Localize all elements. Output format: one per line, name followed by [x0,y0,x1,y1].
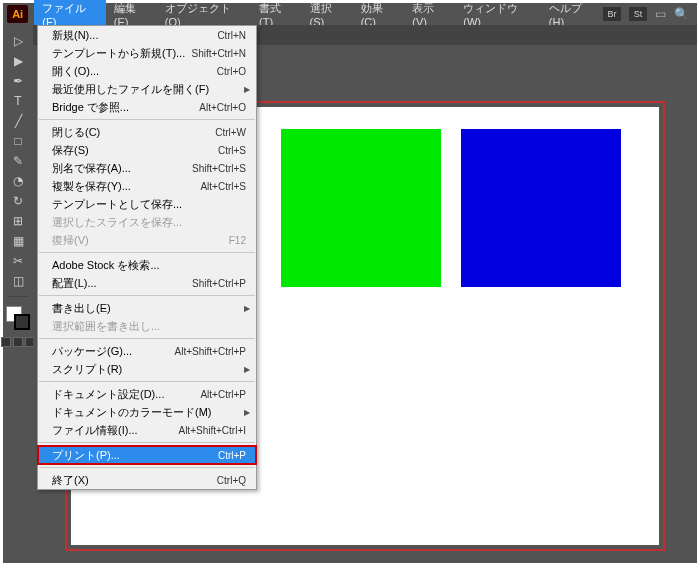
file-menu-dropdown: 新規(N)...Ctrl+Nテンプレートから新規(T)...Shift+Ctrl… [37,25,257,490]
tool-2[interactable]: ✒ [8,71,28,91]
menu-separator [39,442,255,443]
file-menu-item-15[interactable]: 配置(L)...Shift+Ctrl+P [38,274,256,292]
menu-item-shortcut: Ctrl+P [218,450,246,461]
tool-11[interactable]: ✂ [8,251,28,271]
menu-item-label: ドキュメント設定(D)... [52,387,164,402]
file-menu-item-21[interactable]: スクリプト(R) [38,360,256,378]
file-menu-item-7[interactable]: 保存(S)Ctrl+S [38,141,256,159]
menu-separator [39,467,255,468]
menu-separator [39,381,255,382]
menu-item-label: 複製を保存(Y)... [52,179,131,194]
menu-item-shortcut: Ctrl+O [217,66,246,77]
menu-item-label: テンプレートから新規(T)... [52,46,185,61]
arrange-icon[interactable]: ▭ [655,7,666,21]
menu-item-shortcut: Ctrl+Q [217,475,246,486]
menu-item-label: プリント(P)... [52,448,120,463]
tool-8[interactable]: ↻ [8,191,28,211]
file-menu-item-10[interactable]: テンプレートとして保存... [38,195,256,213]
tool-6[interactable]: ✎ [8,151,28,171]
fill-stroke-swatch[interactable] [6,306,30,330]
file-menu-item-18: 選択範囲を書き出し... [38,317,256,335]
tool-3[interactable]: T [8,91,28,111]
menu-item-label: Bridge で参照... [52,100,129,115]
file-menu-item-12: 復帰(V)F12 [38,231,256,249]
file-menu-item-11: 選択したスライスを保存... [38,213,256,231]
tool-7[interactable]: ◔ [8,171,28,191]
menu-item-shortcut: Alt+Shift+Ctrl+I [178,425,246,436]
tool-0[interactable]: ▷ [8,31,28,51]
tool-12[interactable]: ◫ [8,271,28,291]
menu-item-label: ドキュメントのカラーモード(M) [52,405,212,420]
toolbox: ▷▶✒T╱□✎◔↻⊞▦✂◫ [3,25,33,347]
menu-item-shortcut: Shift+Ctrl+S [192,163,246,174]
menu-separator [39,119,255,120]
menu-item-label: 別名で保存(A)... [52,161,131,176]
menu-item-label: 終了(X) [52,473,89,488]
file-menu-item-25[interactable]: ファイル情報(I)...Alt+Shift+Ctrl+I [38,421,256,439]
file-menu-item-8[interactable]: 別名で保存(A)...Shift+Ctrl+S [38,159,256,177]
menu-item-label: 復帰(V) [52,233,89,248]
menu-separator [39,295,255,296]
color-mode-buttons[interactable] [1,337,35,347]
menu-item-label: 閉じる(C) [52,125,100,140]
menu-item-label: テンプレートとして保存... [52,197,182,212]
menu-separator [39,252,255,253]
file-menu-item-3[interactable]: 最近使用したファイルを開く(F) [38,80,256,98]
tool-1[interactable]: ▶ [8,51,28,71]
menu-item-label: 最近使用したファイルを開く(F) [52,82,209,97]
menu-item-label: Adobe Stock を検索... [52,258,160,273]
menu-item-label: 保存(S) [52,143,89,158]
menu-item-label: 選択したスライスを保存... [52,215,182,230]
file-menu-item-24[interactable]: ドキュメントのカラーモード(M) [38,403,256,421]
menu-item-label: 配置(L)... [52,276,97,291]
file-menu-item-0[interactable]: 新規(N)...Ctrl+N [38,26,256,44]
file-menu-item-20[interactable]: パッケージ(G)...Alt+Shift+Ctrl+P [38,342,256,360]
file-menu-item-23[interactable]: ドキュメント設定(D)...Alt+Ctrl+P [38,385,256,403]
file-menu-item-17[interactable]: 書き出し(E) [38,299,256,317]
menu-separator [39,338,255,339]
file-menu-item-29[interactable]: 終了(X)Ctrl+Q [38,471,256,489]
stock-badge[interactable]: St [629,7,647,21]
menu-item-shortcut: Ctrl+N [217,30,246,41]
menu-item-shortcut: Ctrl+S [218,145,246,156]
menu-item-label: パッケージ(G)... [52,344,132,359]
file-menu-item-27[interactable]: プリント(P)...Ctrl+P [38,446,256,464]
menu-item-label: スクリプト(R) [52,362,122,377]
menu-item-label: ファイル情報(I)... [52,423,138,438]
blue-square[interactable] [461,129,621,287]
file-menu-item-2[interactable]: 開く(O)...Ctrl+O [38,62,256,80]
menu-item-shortcut: Shift+Ctrl+P [192,278,246,289]
menu-item-label: 新規(N)... [52,28,98,43]
file-menu-item-1[interactable]: テンプレートから新規(T)...Shift+Ctrl+N [38,44,256,62]
menu-item-shortcut: Ctrl+W [215,127,246,138]
file-menu-item-9[interactable]: 複製を保存(Y)...Alt+Ctrl+S [38,177,256,195]
menu-item-label: 書き出し(E) [52,301,111,316]
tool-5[interactable]: □ [8,131,28,151]
menu-item-shortcut: F12 [229,235,246,246]
file-menu-item-6[interactable]: 閉じる(C)Ctrl+W [38,123,256,141]
tool-10[interactable]: ▦ [8,231,28,251]
menu-item-label: 開く(O)... [52,64,99,79]
bridge-badge[interactable]: Br [603,7,621,21]
menu-item-shortcut: Alt+Shift+Ctrl+P [175,346,246,357]
menu-item-label: 選択範囲を書き出し... [52,319,160,334]
menu-item-shortcut: Shift+Ctrl+N [192,48,246,59]
tool-9[interactable]: ⊞ [8,211,28,231]
menubar: Ai ファイル(F)編集(E)オブジェクト(O)書式(T)選択(S)効果(C)表… [3,3,697,25]
file-menu-item-14[interactable]: Adobe Stock を検索... [38,256,256,274]
tool-4[interactable]: ╱ [8,111,28,131]
app-window: Ai ファイル(F)編集(E)オブジェクト(O)書式(T)選択(S)効果(C)表… [3,3,697,563]
tool-separator [8,296,28,297]
menu-item-shortcut: Alt+Ctrl+S [200,181,246,192]
file-menu-item-4[interactable]: Bridge で参照...Alt+Ctrl+O [38,98,256,116]
menubar-right: Br St ▭ 🔍 [603,7,697,21]
menu-item-shortcut: Alt+Ctrl+O [199,102,246,113]
menu-item-shortcut: Alt+Ctrl+P [200,389,246,400]
stroke-swatch[interactable] [14,314,30,330]
app-icon: Ai [7,5,28,23]
green-square[interactable] [281,129,441,287]
search-icon[interactable]: 🔍 [674,7,689,21]
